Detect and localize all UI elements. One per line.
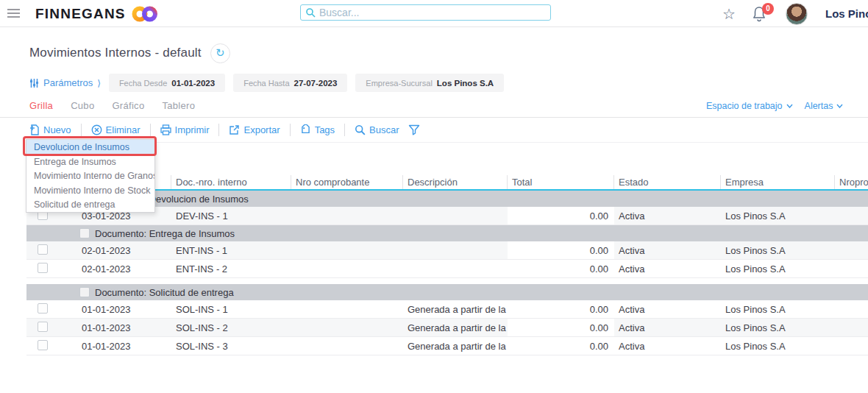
row-checkbox[interactable]: [38, 244, 48, 255]
cell-nro: [291, 319, 403, 336]
cell-estado: Activa: [614, 260, 721, 277]
cell-estado: Activa: [614, 337, 721, 355]
table-row[interactable]: 01-01-2023SOL-INS - 3Generada a partir d…: [26, 337, 868, 355]
alertas-link[interactable]: Alertas: [805, 101, 844, 111]
cell-sel[interactable]: [26, 300, 77, 318]
search-input[interactable]: [319, 7, 546, 18]
cell-empresa: Los Pinos S.A: [721, 319, 835, 336]
filter-button[interactable]: [408, 124, 420, 135]
tab-grilla[interactable]: Grilla: [29, 100, 53, 111]
cell-sel[interactable]: [26, 337, 77, 355]
param-chip-fecha-hasta[interactable]: Fecha Hasta 27-07-2023: [233, 74, 347, 92]
cell-empresa: Los Pinos S.A: [721, 260, 835, 277]
tab-tablero[interactable]: Tablero: [162, 100, 195, 111]
tab-cubo[interactable]: Cubo: [71, 100, 94, 111]
logo-go-icon: [132, 5, 158, 23]
cell-nroproc: [835, 337, 868, 355]
nuevo-dropdown-menu: Devolucion de Insumos Entrega de Insumos…: [26, 139, 155, 213]
cell-fecha: 01-01-2023: [77, 319, 171, 336]
chip-value: 01-01-2023: [171, 79, 215, 88]
chip-label: Fecha Hasta: [243, 79, 289, 88]
cell-doc: ENT-INS - 2: [171, 260, 291, 277]
notifications-bell[interactable]: 0: [752, 6, 774, 24]
column-header-doc[interactable]: Doc.-nro. interno: [171, 175, 291, 189]
cell-sel[interactable]: [26, 260, 77, 277]
page-title: Movimientos Internos - default: [29, 46, 202, 60]
user-name[interactable]: Los Pinos: [825, 7, 868, 20]
menu-item-movimiento-interno-de-granos[interactable]: Movimiento Interno de Granos: [26, 169, 154, 183]
column-header-total[interactable]: Total: [508, 175, 614, 189]
cell-nro: [291, 207, 403, 224]
cell-estado: Activa: [614, 319, 721, 336]
tool-label: Tags: [315, 124, 335, 135]
espacio-de-trabajo-link[interactable]: Espacio de trabajo: [706, 101, 793, 111]
cell-nroproc: [835, 241, 868, 259]
menu-item-solicitud-de-entrega[interactable]: Solicitud de entrega: [26, 197, 154, 212]
group-checkbox[interactable]: [79, 228, 90, 238]
group-checkbox[interactable]: [79, 287, 90, 297]
table-row[interactable]: 01-01-2023SOL-INS - 2Generada a partir d…: [26, 319, 868, 337]
print-icon: [160, 124, 171, 135]
table-row[interactable]: 02-01-2023ENT-INS - 20.00ActivaLos Pinos…: [26, 260, 868, 278]
row-checkbox[interactable]: [38, 303, 48, 314]
row-checkbox[interactable]: [38, 322, 48, 332]
hamburger-menu-icon[interactable]: [7, 9, 20, 18]
exportar-button[interactable]: Exportar: [229, 124, 280, 135]
cell-sel[interactable]: [26, 319, 77, 336]
chevron-right-icon: ⟩: [97, 78, 101, 88]
group-label: Documento: Solicitud de entrega: [95, 287, 234, 298]
tab-grafico[interactable]: Gráfico: [112, 100, 144, 111]
logo-text: FINNEGANS: [35, 6, 126, 22]
group-label: Documento: Entrega de Insumos: [95, 228, 235, 239]
menu-item-entrega-de-insumos[interactable]: Entrega de Insumos: [26, 155, 154, 169]
buscar-button[interactable]: Buscar: [355, 124, 399, 135]
tool-label: Nuevo: [43, 124, 71, 135]
cell-nroproc: [835, 300, 868, 318]
chip-label: Fecha Desde: [119, 79, 167, 88]
cell-total: 0.00: [508, 337, 614, 355]
param-chip-fecha-desde[interactable]: Fecha Desde 01-01-2023: [109, 74, 225, 92]
parameters-toggle[interactable]: Parámetros ⟩: [29, 77, 101, 88]
eliminar-button[interactable]: Eliminar: [91, 124, 140, 135]
group-row: Documento: Entrega de Insumos: [26, 225, 868, 241]
cell-desc: [403, 207, 508, 224]
imprimir-button[interactable]: Imprimir: [160, 124, 210, 135]
refresh-button[interactable]: ↻: [210, 43, 230, 63]
tool-label: Eliminar: [106, 124, 140, 135]
menu-item-devolucion-de-insumos[interactable]: Devolucion de Insumos: [26, 140, 154, 155]
column-header-nro[interactable]: Nro comprobante: [291, 175, 403, 189]
column-header-estado[interactable]: Estado: [614, 175, 721, 189]
tool-label: Exportar: [243, 124, 280, 135]
cell-fecha: 01-01-2023: [77, 337, 171, 355]
new-doc-icon: [29, 124, 40, 135]
toolbar-separator: [218, 124, 219, 136]
row-checkbox[interactable]: [38, 340, 48, 350]
group-row: Documento: Solicitud de entrega: [26, 284, 868, 300]
tags-button[interactable]: Tags: [300, 124, 335, 135]
cell-empresa: Los Pinos S.A: [721, 337, 835, 355]
table-row[interactable]: 01-01-2023SOL-INS - 1Generada a partir d…: [26, 300, 868, 319]
parameters-label: Parámetros: [43, 77, 93, 88]
tag-icon: [300, 124, 311, 135]
grid-toolbar: Nuevo Eliminar Imprimir Exportar: [29, 118, 868, 143]
column-header-nroproc[interactable]: Nroproc: [835, 175, 868, 189]
user-avatar[interactable]: [786, 3, 808, 25]
favorites-star-icon[interactable]: ☆: [722, 5, 736, 23]
toolbar-separator: [290, 124, 291, 136]
cell-total: 0.00: [508, 260, 614, 277]
table-row[interactable]: 02-01-2023ENT-INS - 10.00ActivaLos Pinos…: [26, 241, 868, 260]
cell-estado: Activa: [614, 241, 721, 259]
cell-estado: Activa: [614, 300, 721, 318]
cell-nro: [291, 337, 403, 355]
row-checkbox[interactable]: [38, 263, 48, 273]
menu-item-movimiento-interno-de-stock[interactable]: Movimiento Interno de Stock: [26, 183, 154, 198]
cell-nroproc: [835, 260, 868, 277]
filter-funnel-icon: [408, 124, 420, 135]
column-header-empresa[interactable]: Empresa: [721, 175, 835, 189]
app-logo[interactable]: FINNEGANS: [35, 5, 158, 23]
nuevo-button[interactable]: Nuevo: [29, 124, 71, 135]
column-header-desc[interactable]: Descripción: [403, 175, 508, 189]
cell-empresa: Los Pinos S.A: [721, 207, 835, 224]
cell-sel[interactable]: [26, 241, 77, 259]
param-chip-empresa-sucursal[interactable]: Empresa-Sucursal Los Pinos S.A: [355, 74, 504, 92]
